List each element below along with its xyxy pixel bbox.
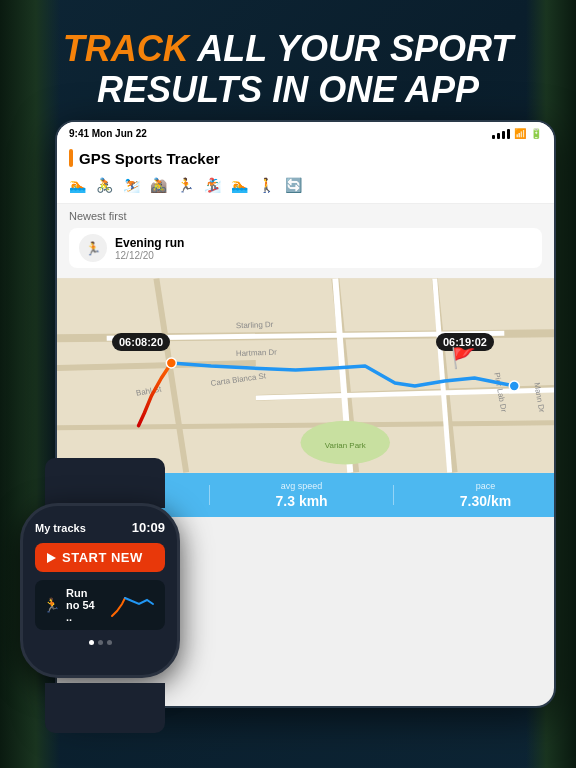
svg-text:Varian Park: Varian Park bbox=[325, 441, 366, 450]
watch-run-preview bbox=[107, 586, 157, 624]
signal-bar-3 bbox=[502, 131, 505, 139]
watch-run-name: Run no 54 .. bbox=[66, 587, 101, 623]
map-area[interactable]: Varian Park Starling Dr Hartman Dr Carta… bbox=[57, 278, 554, 473]
svg-rect-22 bbox=[107, 586, 157, 624]
svg-text:Starling Dr: Starling Dr bbox=[236, 320, 274, 330]
run-item-info: Evening run 12/12/20 bbox=[115, 236, 184, 261]
watch-run-item[interactable]: 🏃 Run no 54 .. bbox=[35, 580, 165, 630]
svg-point-21 bbox=[509, 381, 519, 391]
watch-time: 10:09 bbox=[132, 520, 165, 535]
dot-2 bbox=[98, 640, 103, 645]
status-time: 9:41 Mon Jun 22 bbox=[69, 128, 147, 139]
sport-icon-cycle[interactable]: 🚴 bbox=[96, 177, 113, 193]
run-item-icon: 🏃 bbox=[79, 234, 107, 262]
watch-body: My tracks 10:09 START NEW 🏃 Run no 54 .. bbox=[20, 503, 180, 678]
watch-band-bottom bbox=[45, 683, 165, 733]
list-section: Newest first 🏃 Evening run 12/12/20 bbox=[57, 204, 554, 278]
watch-mockup: My tracks 10:09 START NEW 🏃 Run no 54 .. bbox=[20, 503, 190, 688]
map-svg: Varian Park Starling Dr Hartman Dr Carta… bbox=[57, 278, 554, 473]
start-new-label: START NEW bbox=[62, 550, 143, 565]
header-line2: RESULTS IN ONE APP bbox=[97, 69, 479, 110]
stat-pace: Pace 7.30/km bbox=[460, 481, 511, 509]
stat-speed-label: avg speed bbox=[276, 481, 328, 491]
sport-icons-row: 🏊 🚴 ⛷️ 🚵 🏃 🏂 🏊 🚶 🔄 bbox=[69, 175, 542, 195]
stat-pace-label: Pace bbox=[460, 481, 511, 491]
status-bar: 9:41 Mon Jun 22 📶 🔋 bbox=[57, 122, 554, 143]
run-item-name: Evening run bbox=[115, 236, 184, 250]
sport-icon-snowboard[interactable]: 🏂 bbox=[204, 177, 221, 193]
sport-icon-swim2[interactable]: 🏊 bbox=[231, 177, 248, 193]
signal-bar-1 bbox=[492, 135, 495, 139]
flag-marker: 🚩 bbox=[451, 346, 476, 370]
sport-icon-ski[interactable]: ⛷️ bbox=[123, 177, 140, 193]
app-header: GPS Sports Tracker 🏊 🚴 ⛷️ 🚵 🏃 🏂 🏊 🚶 🔄 bbox=[57, 143, 554, 204]
watch-header-row: My tracks 10:09 bbox=[35, 520, 165, 535]
header-line1-rest: ALL YOUR SPORT bbox=[189, 28, 514, 69]
header-section: TRACK ALL YOUR SPORT RESULTS IN ONE APP bbox=[0, 28, 576, 111]
run-item-date: 12/12/20 bbox=[115, 250, 184, 261]
orange-bar-icon bbox=[69, 149, 73, 167]
sport-icon-mtb[interactable]: 🚵 bbox=[150, 177, 167, 193]
signal-bars bbox=[492, 129, 510, 139]
watch-btn bbox=[177, 581, 180, 595]
sport-icon-swim[interactable]: 🏊 bbox=[69, 177, 86, 193]
dot-3 bbox=[107, 640, 112, 645]
stat-pace-value: 7.30/km bbox=[460, 493, 511, 509]
watch-page-dots bbox=[35, 640, 165, 645]
svg-text:Hartman Dr: Hartman Dr bbox=[236, 348, 278, 358]
signal-bar-2 bbox=[497, 133, 500, 139]
dot-1 bbox=[89, 640, 94, 645]
wifi-icon: 📶 bbox=[514, 128, 526, 139]
track-word: TRACK bbox=[63, 28, 189, 69]
sport-icon-run[interactable]: 🏃 bbox=[177, 177, 194, 193]
watch-screen: My tracks 10:09 START NEW 🏃 Run no 54 .. bbox=[23, 506, 177, 675]
sport-icon-more[interactable]: 🔄 bbox=[285, 177, 302, 193]
stat-speed-value: 7.3 kmh bbox=[276, 493, 328, 509]
start-new-button[interactable]: START NEW bbox=[35, 543, 165, 572]
sport-icon-walk[interactable]: 🚶 bbox=[258, 177, 275, 193]
stat-divider-2 bbox=[393, 485, 394, 505]
watch-run-icon: 🏃 bbox=[43, 597, 60, 613]
battery-icon: 🔋 bbox=[530, 128, 542, 139]
app-title-row: GPS Sports Tracker bbox=[69, 149, 542, 167]
watch-crown bbox=[177, 551, 180, 573]
play-icon bbox=[47, 553, 56, 563]
watch-band-top bbox=[45, 458, 165, 508]
svg-point-20 bbox=[166, 358, 176, 368]
time-label-start: 06:08:20 bbox=[112, 333, 170, 351]
run-item[interactable]: 🏃 Evening run 12/12/20 bbox=[69, 228, 542, 268]
header-title: TRACK ALL YOUR SPORT RESULTS IN ONE APP bbox=[20, 28, 556, 111]
sort-label: Newest first bbox=[69, 210, 542, 222]
signal-bar-4 bbox=[507, 129, 510, 139]
status-icons: 📶 🔋 bbox=[492, 128, 542, 139]
stat-divider-1 bbox=[209, 485, 210, 505]
stat-speed: avg speed 7.3 kmh bbox=[276, 481, 328, 509]
app-title: GPS Sports Tracker bbox=[79, 150, 220, 167]
watch-app-label: My tracks bbox=[35, 522, 86, 534]
